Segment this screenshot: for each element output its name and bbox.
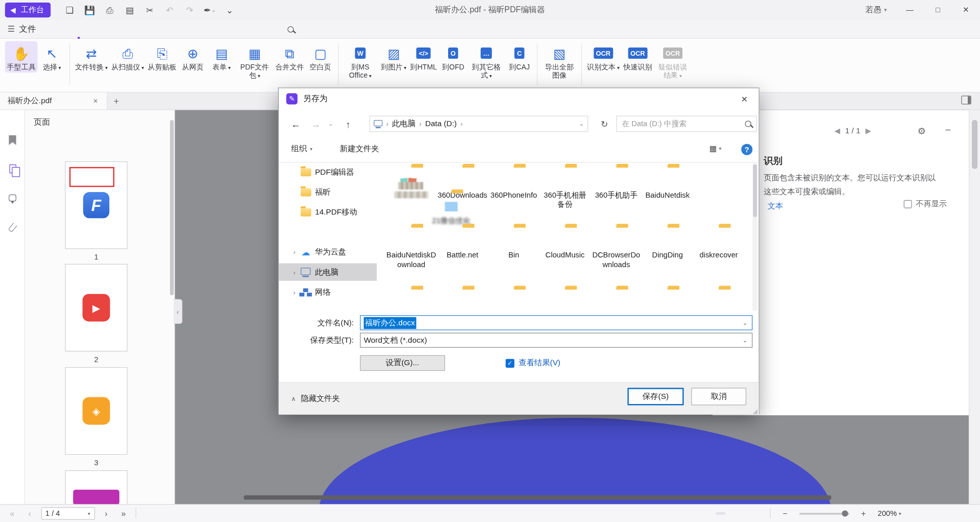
recognize-text-button[interactable]: OCR 识别文本 [585,41,621,73]
quick-recognize-button[interactable]: OCR 快速识别 [622,41,654,73]
filetype-select[interactable]: Word文档 (*.docx) ⌄ [360,333,752,347]
resize-grip[interactable]: ◢ [753,408,757,414]
menu-tab-convert[interactable] [70,20,87,39]
ribbon-separator[interactable] [537,44,537,85]
form-button[interactable]: ▤ 表单 [207,41,236,73]
menu-tab-form[interactable] [157,20,175,39]
file-tile[interactable]: BaiduNetdiskDownload [386,223,437,270]
cancel-button[interactable]: 取消 [691,388,746,405]
file-tile[interactable] [437,285,488,311]
bookmarks-panel-button[interactable] [5,133,20,148]
combine-files-button[interactable]: ⧉ 合并文件 [274,41,306,73]
zoom-slider[interactable] [799,512,849,514]
file-tile[interactable] [540,285,591,311]
ribbon-separator[interactable] [338,44,338,85]
file-tile[interactable]: 360手机助手 [591,163,642,210]
actual-size-icon[interactable] [946,513,956,514]
new-folder-button[interactable]: 新建文件夹 [336,143,383,155]
from-web-button[interactable]: ⊕ 从网页 [179,41,207,73]
redo-icon[interactable]: ↷ [182,3,198,17]
file-convert-button[interactable]: ⇄ 文件转换 [73,41,109,73]
page-thumbnail-2[interactable]: ▶ [65,264,127,351]
tree-item-pdf-editor[interactable]: › PDF编辑器 [279,163,377,181]
tree-item-huawei-cloud[interactable]: › 华为云盘 [279,243,377,260]
to-ofd-button[interactable]: O 到OFD [439,41,468,73]
file-tile[interactable] [386,285,437,311]
refresh-icon[interactable]: ↻ [596,116,612,132]
to-other-format-button[interactable]: … 到其它格式 [468,41,505,81]
maximize-button[interactable]: □ [924,0,952,20]
to-html-button[interactable]: </> 到HTML [408,41,439,73]
customize-toolbar-icon[interactable]: ⌄ [222,3,238,17]
vertical-scrollbar[interactable] [969,110,980,504]
dialog-close-button[interactable]: ✕ [730,88,758,110]
facing-view-icon[interactable] [734,512,744,515]
menu-tab-help[interactable] [262,20,280,39]
extract-page-icon[interactable] [141,133,154,145]
to-ms-office-button[interactable]: W 到MS Office [341,41,379,81]
file-tile[interactable]: 360PhoneInfo [488,163,539,210]
menu-tab-assist[interactable] [245,20,262,39]
tree-item-pdf-mobile[interactable]: › 14.PDF移动 [279,203,377,221]
snapshot-tool-icon[interactable] [159,513,169,514]
open-file-icon[interactable]: ❏ [62,3,78,17]
zoom-slider-thumb[interactable] [842,510,848,516]
snapshot-icon[interactable]: ✂ [141,3,158,17]
file-tile[interactable]: 360手机相册备份 [540,163,591,210]
panel-collapse-handle[interactable]: ‹ [174,299,182,324]
last-page-button[interactable]: » [117,508,130,519]
pdf-portfolio-button[interactable]: ▦ PDF文件包 [236,41,273,81]
file-tile[interactable] [693,285,744,311]
ribbon-separator[interactable] [581,44,582,85]
file-tile[interactable]: diskrecover [693,223,744,270]
suspicious-results-button[interactable]: OCR 疑似错误结果 [654,41,691,81]
file-tile[interactable]: Bin [488,223,539,270]
fit-width-icon[interactable] [910,513,920,514]
pager-next-icon[interactable]: ▶ [865,126,871,135]
tree-expand-icon[interactable]: › [290,289,299,295]
zoom-out-icon[interactable]: − [779,508,791,519]
forward-icon[interactable]: → [307,116,324,132]
file-tile[interactable]: DingDing [642,223,693,270]
next-page-button[interactable]: › [101,508,111,519]
file-list-scrollbar-thumb[interactable] [753,164,757,217]
hand-tool-button[interactable]: ✋ 手型工具 [5,41,38,73]
minimize-button[interactable]: — [896,0,924,20]
blank-page-button[interactable]: ▢ 空白页 [306,41,334,73]
delete-page-icon[interactable] [123,133,135,145]
vertical-scrollbar-thumb[interactable] [972,120,977,169]
menu-tab-home[interactable] [52,20,69,39]
panel-toggle-icon[interactable] [961,96,971,104]
horizontal-scrollbar[interactable] [244,495,831,500]
close-button[interactable]: ✕ [952,0,980,20]
chevron-down-icon[interactable]: ⌄ [738,334,752,347]
tree-item-this-pc[interactable]: › 此电脑 [279,264,377,281]
select-tool-button[interactable]: ↖ 选择 [37,41,66,73]
tab-close-icon[interactable]: ✕ [89,97,102,105]
insert-page-icon[interactable] [105,133,117,145]
page-thumbnail-1[interactable]: F [65,161,127,249]
menu-tab-share[interactable] [192,20,210,39]
menu-tab-vip[interactable] [227,20,244,39]
tree-item-foxit[interactable]: › 福昕 [279,183,377,201]
file-menu-button[interactable]: ☰ 文件 [8,23,36,35]
export-all-images-button[interactable]: ▧ 导出全部图像 [541,41,578,81]
page-thumbnail-4[interactable] [65,470,127,504]
dismiss-checkbox[interactable] [904,200,912,208]
filename-input[interactable]: 福昕办公.docx ⌄ [360,315,752,330]
to-image-button[interactable]: ▨ 到图片 [379,41,408,73]
tree-item-network[interactable]: › 网络 [279,283,377,301]
read-mode-icon[interactable] [679,512,690,515]
undo-icon[interactable]: ↶ [162,3,178,17]
dismiss-control[interactable]: 不再显示 [904,199,947,209]
new-tab-button[interactable]: ＋ [108,92,125,109]
breadcrumb-data-d[interactable]: Data (D:) [425,120,457,128]
file-tile[interactable]: CloudMusic [540,223,591,270]
breadcrumb-dropdown-icon[interactable]: ⌄ [579,121,583,127]
continuous-view-icon[interactable] [716,512,726,515]
recognize-text-link[interactable]: 文本 [764,200,787,212]
help-icon[interactable]: ? [741,144,752,155]
file-list-scrollbar[interactable] [752,163,757,311]
thumbnail-zoom-out-icon[interactable] [33,133,45,145]
page-indicator-box[interactable]: 1 / 4 ▾ [41,507,94,519]
